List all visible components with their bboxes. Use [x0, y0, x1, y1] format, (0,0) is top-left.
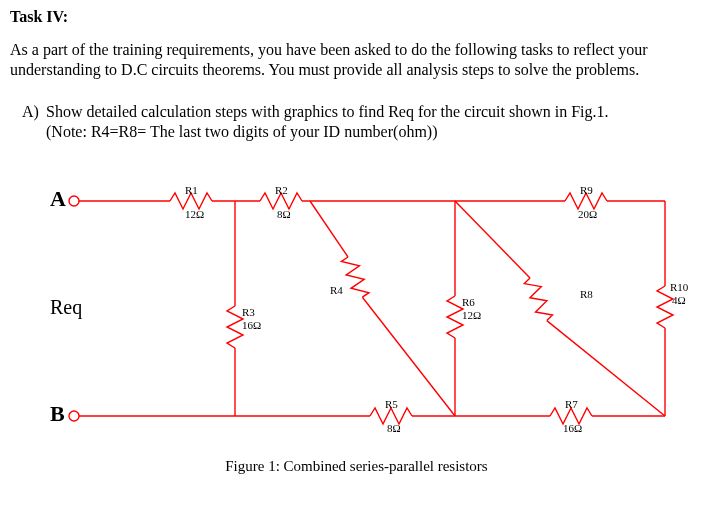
r5-value: 8Ω [387, 422, 401, 434]
r9-value: 20Ω [578, 208, 597, 220]
r1-value: 12Ω [185, 208, 204, 220]
task-title: Task IV: [10, 8, 703, 26]
intro-text: As a part of the training requirements, … [10, 40, 703, 80]
req-label: Req [50, 296, 82, 319]
r1-name: R1 [185, 184, 198, 196]
svg-line-16 [455, 201, 530, 278]
circuit-diagram [10, 156, 700, 456]
r8-name: R8 [580, 288, 593, 300]
r10-value: 4Ω [672, 294, 686, 306]
svg-point-1 [69, 411, 79, 421]
r2-name: R2 [275, 184, 288, 196]
part-a: A) Show detailed calculation steps with … [22, 102, 703, 142]
r7-name: R7 [565, 398, 578, 410]
r6-name: R6 [462, 296, 475, 308]
r4-name: R4 [330, 284, 343, 296]
svg-line-13 [362, 297, 455, 416]
r3-value: 16Ω [242, 319, 261, 331]
svg-point-0 [69, 196, 79, 206]
part-text: Show detailed calculation steps with gra… [46, 103, 609, 120]
r9-name: R9 [580, 184, 593, 196]
svg-line-12 [310, 201, 348, 257]
figure-1: A B Req R1 12Ω R2 8Ω R3 16Ω R4 R5 8Ω R6 … [10, 156, 700, 456]
r6-value: 12Ω [462, 309, 481, 321]
node-b-label: B [50, 401, 65, 427]
figure-caption: Figure 1: Combined series-parallel resis… [10, 458, 703, 475]
part-letter: A) [22, 102, 42, 122]
r5-name: R5 [385, 398, 398, 410]
r7-value: 16Ω [563, 422, 582, 434]
node-a-label: A [50, 186, 66, 212]
part-note: (Note: R4=R8= The last two digits of you… [46, 123, 437, 140]
r3-name: R3 [242, 306, 255, 318]
r10-name: R10 [670, 281, 688, 293]
r2-value: 8Ω [277, 208, 291, 220]
